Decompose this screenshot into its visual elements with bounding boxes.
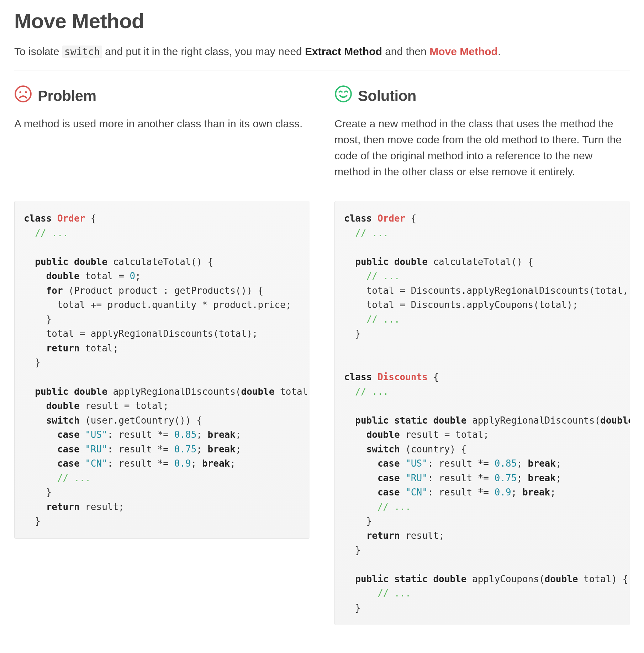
problem-heading: Problem — [38, 85, 96, 107]
problem-column: Problem A method is used more in another… — [14, 85, 310, 625]
intro-frag: . — [498, 46, 501, 57]
solution-heading: Solution — [358, 85, 416, 107]
solution-code-scroll[interactable]: class Order { // ... public double calcu… — [334, 201, 630, 625]
svg-point-3 — [336, 86, 351, 102]
svg-point-2 — [25, 91, 27, 93]
intro-code: switch — [62, 46, 102, 58]
divider — [14, 70, 630, 70]
frown-icon — [14, 85, 32, 107]
intro-frag: To isolate — [14, 46, 62, 57]
move-method-link[interactable]: Move Method — [429, 46, 498, 57]
smile-icon — [334, 85, 352, 107]
solution-column: Solution Create a new method in the clas… — [334, 85, 630, 625]
solution-code: class Order { // ... public double calcu… — [334, 201, 630, 625]
problem-desc: A method is used more in another class t… — [14, 116, 310, 187]
svg-point-1 — [19, 91, 21, 93]
problem-code-scroll[interactable]: class Order { // ... public double calcu… — [14, 201, 310, 539]
svg-point-0 — [15, 86, 31, 102]
intro-frag: and put it in the right class, you may n… — [102, 46, 305, 57]
solution-desc: Create a new method in the class that us… — [334, 116, 630, 187]
intro-text: To isolate switch and put it in the righ… — [14, 43, 630, 59]
problem-code: class Order { // ... public double calcu… — [14, 201, 310, 539]
intro-frag: and then — [382, 46, 429, 57]
page-title: Move Method — [14, 5, 630, 36]
intro-bold: Extract Method — [305, 46, 382, 57]
